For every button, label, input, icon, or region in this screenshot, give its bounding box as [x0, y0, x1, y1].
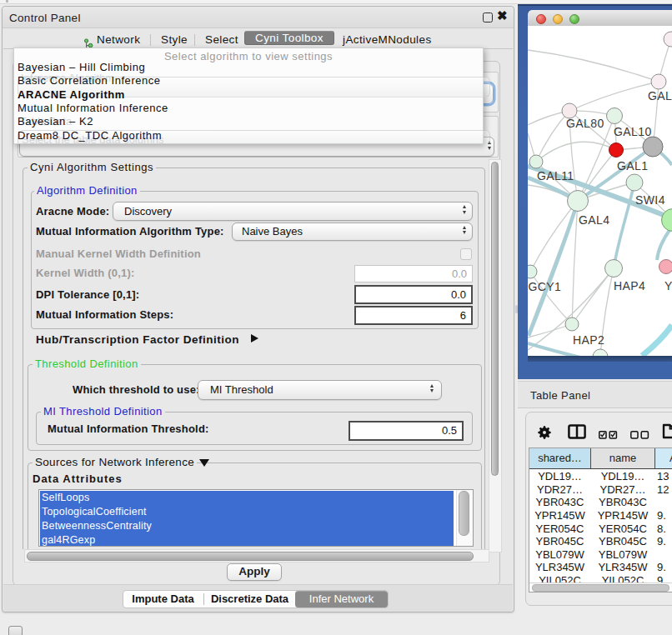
column-header-shared[interactable]: shared… [529, 448, 590, 468]
close-traffic-light[interactable] [536, 14, 546, 24]
apply-button[interactable]: Apply [227, 563, 282, 581]
cell-value[interactable]: 9. [657, 509, 672, 522]
mi-threshold-field[interactable]: 0.5 [349, 421, 464, 441]
tab-infer-network[interactable]: Infer Network [295, 591, 388, 608]
zoom-traffic-light[interactable] [569, 14, 579, 24]
checked-columns-icon[interactable] [599, 428, 618, 442]
cell-value[interactable]: 13 [657, 470, 672, 483]
algorithm-item[interactable]: Dream8 DC_TDC Algorithm [18, 129, 476, 142]
mi-steps-field[interactable]: 6 [354, 306, 473, 325]
network-edge[interactable] [536, 142, 616, 162]
network-node-node-gray[interactable] [643, 137, 663, 157]
close-icon[interactable]: ✖ [497, 8, 508, 23]
data-attribute-item[interactable]: TopologicalCoefficient [40, 505, 454, 519]
minimized-panel-icon[interactable] [8, 626, 23, 635]
network-node-HAP2[interactable] [565, 318, 579, 331]
network-node-SWI4[interactable] [626, 174, 643, 191]
network-node-node-green-right[interactable] [662, 209, 672, 232]
table-hscrollbar-thumb[interactable] [532, 584, 669, 592]
network-node-GAL11[interactable] [529, 155, 543, 168]
cell-shared-name[interactable]: YBR043C [529, 496, 590, 509]
hub-definition-label[interactable]: Hub/Transcription Factor Definition [36, 334, 239, 346]
settings-vscrollbar-thumb[interactable] [491, 162, 499, 476]
tab-impute-data[interactable]: Impute Data [123, 591, 203, 608]
manual-kernel-checkbox[interactable] [460, 248, 472, 260]
network-node-GCY1[interactable] [528, 265, 537, 278]
float-icon[interactable] [483, 12, 493, 22]
node-table[interactable]: shared… name A YDL19…YDL19…13YDR27…YDR27… [529, 448, 672, 592]
cell-name[interactable]: YLR345W [591, 561, 654, 574]
cell-name[interactable]: YBR045C [591, 535, 654, 548]
network-canvas[interactable]: GAL2GAL80GAL10GAL1GAL11SWI4GAL4GCY1HAP4Y… [528, 26, 672, 356]
network-edge[interactable] [569, 82, 659, 111]
column-header-partial[interactable]: A [655, 448, 672, 468]
data-attribute-item[interactable]: BetweennessCentrality [40, 519, 454, 533]
cell-name[interactable]: YBL079W [591, 548, 654, 562]
algorithm-item[interactable]: Mutual Information Inference [18, 102, 476, 115]
network-node-GAL4[interactable] [568, 191, 589, 212]
network-node-node-bottom[interactable] [593, 349, 608, 356]
which-threshold-combobox[interactable]: MI Threshold [198, 380, 442, 400]
cell-value[interactable]: 8. [657, 522, 672, 536]
cell-shared-name[interactable]: YDL19… [529, 470, 590, 483]
column-header-name[interactable]: name [591, 448, 654, 468]
settings-hscrollbar-thumb[interactable] [27, 552, 474, 561]
mi-algorithm-type-combobox[interactable]: Naive Bayes [232, 222, 473, 241]
expanded-arrow-icon[interactable] [199, 459, 209, 467]
attributes-vertical-scrollbar[interactable] [456, 490, 474, 546]
algorithm-item[interactable]: Bayesian – K2 [18, 115, 476, 128]
settings-vertical-scrollbar[interactable] [489, 159, 502, 552]
unchecked-columns-icon[interactable] [630, 428, 649, 442]
cell-shared-name[interactable]: YBL079W [529, 548, 590, 562]
tab-style[interactable]: Style [161, 34, 188, 46]
table-horizontal-scrollbar[interactable] [529, 582, 672, 593]
network-node-GAL2[interactable] [651, 74, 666, 89]
cell-name[interactable]: YER054C [591, 522, 654, 536]
document-icon[interactable] [662, 423, 672, 442]
data-attribute-item[interactable]: gal4RGexp [40, 533, 454, 547]
data-attributes-list[interactable]: SelfLoopsTopologicalCoefficientBetweenne… [38, 489, 474, 547]
aracne-mode-combobox[interactable]: Discovery [113, 202, 473, 221]
network-edge-highlighted[interactable] [642, 325, 672, 356]
gear-icon[interactable] [538, 426, 551, 442]
algorithm-item[interactable]: Bayesian – Hill Climbing [18, 61, 476, 74]
cell-name[interactable]: YBR043C [591, 496, 654, 509]
settings-horizontal-scrollbar[interactable] [24, 549, 489, 562]
attributes-scrollbar-thumb[interactable] [459, 491, 469, 536]
network-edge[interactable] [528, 50, 659, 82]
network-node-GAL10[interactable] [607, 108, 623, 124]
split-columns-icon[interactable] [568, 424, 586, 442]
network-edge[interactable] [530, 201, 578, 272]
network-edge[interactable] [536, 111, 569, 162]
cell-name[interactable]: YPR145W [591, 509, 654, 522]
algorithm-item[interactable]: Basic Correlation Inference [18, 74, 476, 88]
cell-value[interactable] [657, 496, 672, 509]
network-edge-highlighted[interactable] [657, 227, 672, 260]
cell-shared-name[interactable]: YLR345W [529, 561, 590, 574]
tab-discretize-data[interactable]: Discretize Data [204, 591, 295, 608]
algorithm-item[interactable]: ARACNE Algorithm [18, 88, 476, 102]
network-node-node-pink[interactable] [659, 260, 672, 274]
tab-jactivemnodules[interactable]: jActiveMNodules [343, 34, 432, 46]
tab-select[interactable]: Select [205, 34, 238, 46]
tab-cyni-toolbox[interactable]: Cyni Toolbox [244, 31, 334, 45]
cell-value[interactable]: 9. [657, 561, 672, 574]
cell-shared-name[interactable]: YBR045C [529, 535, 590, 548]
cell-name[interactable]: YDL19… [591, 470, 654, 483]
cell-value[interactable]: 9. [657, 535, 672, 548]
cell-shared-name[interactable]: YPR145W [529, 509, 590, 522]
cell-name[interactable]: YDR27… [591, 483, 654, 497]
data-attribute-item[interactable]: SelfLoops [40, 491, 454, 505]
splitter-handle[interactable] [515, 305, 518, 313]
minimize-traffic-light[interactable] [553, 14, 563, 24]
network-node-node-top-right[interactable] [664, 32, 672, 47]
cell-value[interactable] [657, 548, 672, 562]
network-node-node-red[interactable] [609, 143, 624, 158]
cell-shared-name[interactable]: YER054C [529, 522, 590, 536]
collapsed-arrow-icon[interactable] [251, 334, 258, 342]
cell-shared-name[interactable]: YDR27… [529, 483, 590, 497]
tab-network[interactable]: Network [97, 34, 140, 46]
cell-value[interactable]: 12 [657, 483, 672, 497]
kernel-width-field[interactable]: 0.0 [354, 265, 473, 282]
network-node-HAP4[interactable] [605, 260, 623, 278]
